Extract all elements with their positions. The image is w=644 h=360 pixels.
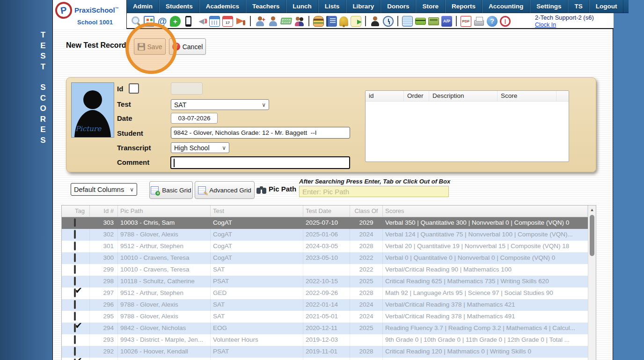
cell-test-date: 2020-12-11 [303,323,350,334]
table-row[interactable]: 302 9788 - Glover, Alexis CogAT 2025-01-… [62,229,588,241]
row-tag-checkbox[interactable] [74,230,76,239]
row-tag-checkbox[interactable] [74,335,76,344]
nav-store[interactable]: Store [416,0,445,13]
export-icon[interactable] [351,16,361,27]
table-row[interactable]: 299 10010 - Cravens, Teresa SAT 2022 Ver… [62,264,588,276]
help-icon[interactable]: ? [487,16,498,27]
table-row[interactable]: 300 10010 - Cravens, Teresa CogAT 2023-0… [62,252,588,264]
app-grid-icon[interactable] [144,16,154,27]
table-row[interactable] [62,358,588,360]
student-field[interactable] [171,127,350,139]
row-tag-checkbox[interactable] [74,218,76,227]
cell-test-date: 2023-05-10 [303,252,350,264]
add-student-icon[interactable]: + [255,16,265,27]
ap-icon[interactable]: A/P [441,16,452,27]
row-tag-checkbox[interactable] [74,300,76,309]
money-icon[interactable] [280,18,292,24]
student-picture-placeholder[interactable]: Picture [71,82,114,138]
nav-donors[interactable]: Donors [381,0,416,13]
row-tag-checkbox[interactable] [74,277,76,286]
announcement-speaker-icon[interactable]: ◀ [196,16,207,27]
clock-in-link[interactable]: Clock In [535,22,556,28]
test-select[interactable]: SAT [171,99,269,110]
print-icon[interactable] [474,16,484,27]
row-tag-checkbox[interactable] [74,323,76,332]
staff-icon[interactable] [370,16,381,27]
table-row[interactable]: 298 10118 - Schultz, Catherine PSAT 2022… [62,276,588,287]
grid-header-scores[interactable]: Scores [383,206,588,217]
mobile-phone-icon[interactable] [183,16,194,27]
scrollbar-up-arrow[interactable]: ▲ [588,206,596,213]
calendar-icon[interactable] [209,16,220,27]
date-field[interactable] [171,113,218,124]
table-row[interactable]: 292 10026 - Hoover, Kendall PSAT 2019-11… [62,346,588,358]
cell-test: CogAT [211,252,303,264]
row-tag-checkbox[interactable] [74,253,76,262]
bell-icon[interactable] [339,16,348,26]
cash-register-icon[interactable] [428,17,439,25]
nav-reports[interactable]: Reports [445,0,482,13]
grid-scrollbar[interactable]: ▲ [588,206,596,360]
nav-library[interactable]: Library [346,0,381,13]
megaphone-icon[interactable] [235,16,246,27]
brand-trademark: ™ [115,7,119,11]
lunch-icon[interactable] [313,16,324,27]
nav-logout[interactable]: Logout [589,0,624,13]
cell-id: 298 [90,276,118,287]
grid-header-class-of[interactable]: Class Of [350,206,383,217]
nav-admin[interactable]: Admin [127,0,159,13]
nav-lists[interactable]: Lists [318,0,346,13]
search-icon[interactable] [131,16,141,27]
nav-academics[interactable]: Academics [199,0,246,13]
table-row[interactable]: 293 9943 - District - Marple, Jen... Vol… [62,334,588,346]
advanced-grid-button[interactable]: Advanced Grid [195,181,255,199]
table-row[interactable]: 303 10003 - Chris, Sam CogAT 2025-07-10 … [62,217,588,229]
student-icon[interactable] [268,16,278,27]
nav-accounting[interactable]: Accounting [482,0,530,13]
clock-icon[interactable] [383,16,394,27]
family-icon[interactable] [294,16,305,27]
pic-path-search-input[interactable] [299,186,449,197]
power-icon[interactable]: | [500,16,511,27]
nav-teachers[interactable]: Teachers [246,0,286,13]
email-icon[interactable]: @ [157,16,168,27]
save-button[interactable]: Save [134,38,166,55]
grid-header-tag[interactable]: Tag [62,206,90,217]
nav-students[interactable]: Students [159,0,199,13]
id-checkbox[interactable] [129,83,139,94]
comment-field[interactable] [170,156,350,169]
transcript-select[interactable]: High School [171,142,229,153]
table-row[interactable]: 296 9788 - Glover, Alexis SAT 2022-01-14… [62,299,588,311]
calendar-date-icon[interactable]: 17 [222,16,233,27]
row-tag-checkbox[interactable] [74,347,76,356]
table-row[interactable]: 297 9512 - Arthur, Stephen GED 2022-09-2… [62,287,588,299]
cell-class-of: 2029 [350,217,383,229]
payment-card-icon[interactable] [415,18,426,25]
grid-header-test[interactable]: Test [211,206,303,217]
library-icon[interactable] [326,16,337,27]
row-tag-checkbox[interactable] [74,242,76,250]
row-tag-checkbox[interactable] [74,265,76,274]
nav-ts[interactable]: TS [568,0,589,13]
grid-header-test-date[interactable]: Test Date [303,206,350,217]
row-tag-checkbox[interactable] [74,312,76,321]
cancel-button[interactable]: Cancel [169,38,206,55]
basic-grid-button[interactable]: Basic Grid [149,181,193,199]
pdf-icon[interactable]: PDF [461,16,471,27]
spreadsheet-icon[interactable] [402,16,413,27]
columns-select[interactable]: Default Columns [71,183,137,196]
nav-settings[interactable]: Settings [530,0,568,13]
chat-icon[interactable]: + [170,16,181,27]
main-content: P PraxiSchool™ School 1001 Admin Student… [52,0,613,360]
nav-lunch[interactable]: Lunch [286,0,318,13]
cell-id [90,358,118,360]
cell-class-of: 2028 [350,346,383,358]
row-tag-checkbox[interactable] [74,288,76,297]
table-row[interactable]: 295 9788 - Glover, Alexis SAT 2021-05-01… [62,311,588,323]
cell-test-date: 2025-01-06 [303,229,350,241]
grid-header-id[interactable]: Id # [90,206,118,217]
table-row[interactable]: 301 9512 - Arthur, Stephen CogAT 2024-03… [62,241,588,252]
grid-header-pic-path[interactable]: Pic Path [118,206,211,217]
table-row[interactable]: 294 9842 - Glover, Nicholas EOG 2020-12-… [62,323,588,334]
scrollbar-thumb[interactable] [590,215,594,256]
